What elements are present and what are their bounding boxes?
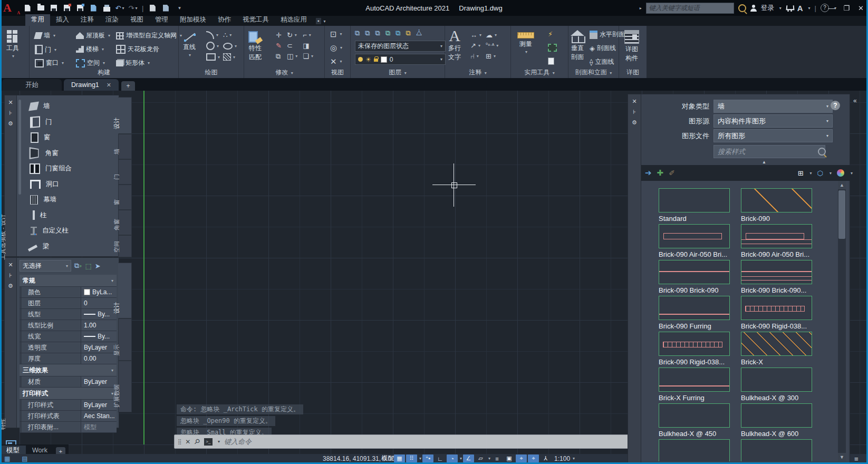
purge-brush-icon[interactable]: ✐ [669, 169, 675, 177]
ribbon-tab-注释[interactable]: 注释 [75, 14, 100, 26]
stairs-button[interactable]: 楼梯▾ [76, 45, 104, 54]
color-wheel-dropdown-icon[interactable]: ▾ [851, 171, 853, 176]
window-button[interactable]: 窗口▾ [35, 59, 64, 67]
style-item[interactable]: Bulkhead-X @ 450 [659, 403, 729, 438]
sign-in-label[interactable]: 登录 [761, 4, 774, 13]
drawing-file-dropdown[interactable]: 所有图形▾ [713, 129, 833, 142]
ortho-mode-icon[interactable]: ∟ [435, 455, 446, 462]
ribbon-tab-常用[interactable]: 常用 [25, 14, 50, 26]
tag-button[interactable]: ⑁▾ [470, 51, 481, 61]
ribbon-tab-精选应用[interactable]: 精选应用 [275, 14, 313, 26]
color-wheel-icon[interactable] [837, 169, 844, 177]
palette-tool[interactable]: 窗 [28, 130, 117, 146]
apply-style-icon[interactable]: ➔ [645, 168, 652, 178]
ribbon-tab-渲染[interactable]: 渲染 [100, 14, 124, 26]
model-space-icon[interactable]: ▦ [4, 455, 10, 462]
view-grid-dropdown-icon[interactable]: ▾ [810, 171, 812, 176]
layer-merge-icon[interactable]: ⧊ [416, 29, 422, 37]
ribbon-tab-协作[interactable]: 协作 [212, 14, 237, 26]
scroll-up-icon[interactable]: ▲ [838, 181, 846, 189]
point-button[interactable]: ∴▾ [223, 30, 237, 40]
palette-side-tab-门[interactable]: 门 [118, 159, 132, 185]
ribbon-tab-视图[interactable]: 视图 [124, 14, 149, 26]
fillet-button[interactable]: ⌐▾ [303, 30, 313, 40]
search-icon[interactable] [738, 4, 746, 12]
properties-gear-icon[interactable]: ⚙ [5, 120, 16, 127]
palette-side-tab-扩展数据[interactable]: 扩展数据 [118, 361, 132, 412]
style-item[interactable]: Brick-090 Air-050 Bri... [741, 224, 811, 258]
object-type-dropdown[interactable]: 墙▾ [713, 100, 833, 113]
help-search-input[interactable] [646, 3, 734, 14]
erase-button[interactable]: ✎ [276, 41, 282, 50]
style-item[interactable] [741, 439, 811, 461]
style-item[interactable]: Brick-090 Rigid-038... [741, 296, 811, 330]
source-dropdown[interactable]: 内容构件库图形▾ [713, 114, 833, 128]
section-general[interactable]: 常规▾ [20, 275, 117, 287]
ribbon-tab-插入[interactable]: 插入 [50, 14, 75, 26]
property-value[interactable]: 1.00 [81, 320, 117, 331]
object-snap-icon[interactable]: ⌖ [516, 455, 527, 462]
annotation-scale[interactable]: 1:100▾ [554, 455, 575, 462]
array-button[interactable]: ❏▾ [303, 51, 313, 61]
annotation-visibility-icon[interactable]: ⅄ [540, 455, 551, 462]
account-icon[interactable] [750, 5, 757, 12]
revision-cloud-button[interactable]: ☁▾ [486, 30, 498, 40]
infer-constraints-icon[interactable]: ⁺▪ [422, 455, 433, 462]
door-button[interactable]: 门▾ [35, 45, 56, 54]
copy-button[interactable]: ⊂ [287, 41, 297, 50]
search-toggle-icon[interactable]: ▸ [640, 6, 642, 11]
section-line-button[interactable]: ◈剖面线 [590, 44, 616, 53]
roof-slab-button[interactable]: 屋顶板▾ [76, 31, 110, 40]
select-objects-icon[interactable]: ⧉+ [74, 262, 82, 270]
leader-button[interactable]: ↗▾ [470, 41, 481, 50]
close-icon[interactable]: ✕ [5, 99, 16, 106]
close-icon[interactable]: ✕ [5, 262, 16, 268]
ribbon-display-icon[interactable]: ▪ [316, 18, 321, 24]
properties-titlebar[interactable]: ✕ ⊦ ⚙ [4, 257, 17, 428]
selection-dropdown[interactable]: 无选择▾ [20, 260, 71, 272]
layer-state-dropdown[interactable]: 未保存的图层状态▾ [355, 41, 446, 52]
command-bar[interactable]: ⣿ ✕ ⚲ >_ ▾ 键入命令 [174, 434, 634, 449]
snap-mode-icon-dropdown[interactable]: ▾ [419, 456, 421, 461]
style-item[interactable]: Bulkhead-X @ 300 [741, 368, 811, 402]
properties-gear-icon[interactable]: ⚙ [628, 119, 641, 126]
snap-mode-icon[interactable]: ⠿ [406, 455, 417, 462]
quick-calc-button[interactable] [548, 57, 554, 65]
layer-properties-icon[interactable]: ⧉ [355, 29, 360, 37]
preview-cube-dropdown-icon[interactable]: ▾ [830, 171, 832, 176]
view-grid-icon[interactable]: ⊞ [798, 169, 804, 177]
palette-side-tab-墙[interactable]: 墙 [118, 134, 132, 159]
palette-side-tab-角窗[interactable]: 角窗 [118, 210, 132, 235]
palette-tool[interactable]: 墙 [28, 99, 117, 114]
scroll-down-icon[interactable]: ▼ [838, 453, 846, 461]
palette-tool[interactable]: 洞口 [28, 177, 117, 192]
grid-display-icon[interactable]: ▦ [394, 455, 405, 462]
polar-tracking-icon[interactable]: ◔ [447, 455, 458, 462]
measure-button[interactable]: 测量▾ [517, 32, 534, 54]
style-item[interactable] [659, 439, 729, 461]
status-customize-icon[interactable]: ≡ [854, 455, 859, 463]
style-item[interactable]: Brick-X [741, 332, 811, 366]
palette-side-tab-设计[interactable]: 设计 [118, 263, 132, 318]
ribbon-tab-管理[interactable]: 管理 [149, 14, 174, 26]
space-button[interactable]: 空间▾ [76, 59, 105, 67]
palette-tool[interactable]: 门窗组合 [28, 161, 117, 177]
quick-select-button[interactable]: ⚡ [548, 30, 553, 38]
command-dropdown-icon[interactable]: ▾ [218, 439, 220, 444]
line-button[interactable]: 直线▾ [183, 32, 196, 57]
rotate-button[interactable]: ↻▾ [287, 30, 297, 40]
property-value[interactable]: By... [81, 309, 117, 320]
arc-button[interactable]: ▾ [206, 30, 220, 40]
select-similar-button[interactable] [548, 44, 557, 52]
osnap-tracking-icon-dropdown[interactable]: ▾ [488, 456, 490, 461]
explode-button[interactable]: ⧉ [276, 51, 282, 61]
rectangle-button[interactable]: ▾ [206, 52, 220, 62]
palette-scrollbar[interactable] [18, 100, 21, 195]
detail-component-button[interactable]: 详图构件 [624, 30, 639, 63]
match-properties-button[interactable]: 特性匹配 [248, 31, 262, 62]
property-value[interactable]: 0.00 [81, 353, 117, 364]
mirror-button[interactable]: ◨ [303, 41, 313, 50]
customize-wrench-icon[interactable]: ⚲ [192, 437, 201, 446]
style-item[interactable]: Standard [659, 188, 729, 223]
layer-dropdown[interactable]: ☀ 0▾ [355, 54, 446, 65]
